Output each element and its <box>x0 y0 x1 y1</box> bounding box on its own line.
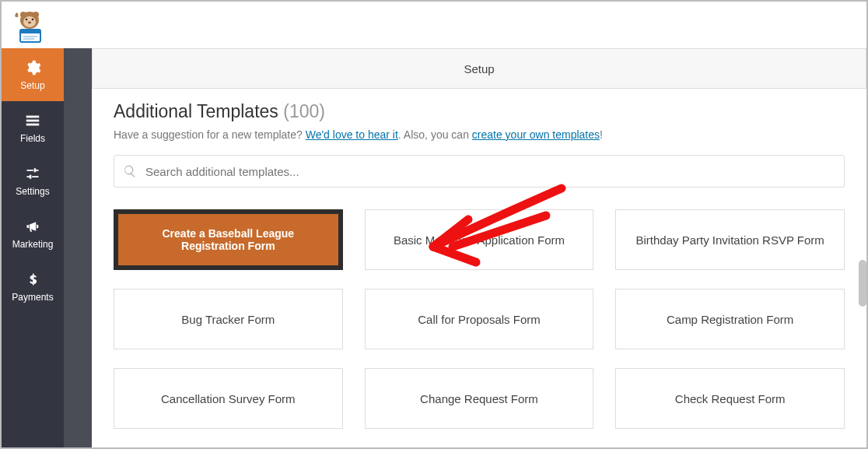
template-label: Camp Registration Form <box>667 313 793 326</box>
dollar-icon <box>23 270 42 289</box>
sidebar-item-label: Payments <box>12 292 53 303</box>
subtext-mid: . Also, you can <box>398 128 472 141</box>
template-label: Bug Tracker Form <box>181 313 275 326</box>
subtext: Have a suggestion for a new template? We… <box>114 128 845 141</box>
template-label: Cancellation Survey Form <box>161 392 296 405</box>
template-card-check-request[interactable]: Check Request Form <box>615 368 845 429</box>
subtext-suffix: ! <box>600 128 603 141</box>
bullhorn-icon <box>23 217 42 236</box>
heading-text: Additional Templates <box>114 101 278 121</box>
topbar <box>2 2 866 48</box>
heading-count: (100) <box>283 101 325 121</box>
template-card-baseball-league[interactable]: Create a Baseball League Registration Fo… <box>114 209 343 270</box>
template-grid: Create a Baseball League Registration Fo… <box>114 209 845 429</box>
template-label: Birthday Party Invitation RSVP Form <box>635 233 824 247</box>
gear-icon <box>23 58 42 77</box>
sidebar-item-marketing[interactable]: Marketing <box>2 207 64 260</box>
svg-point-1 <box>20 12 26 18</box>
scrollbar-thumb[interactable] <box>859 260 866 307</box>
sidebar-item-setup[interactable]: Setup <box>2 48 64 101</box>
sidebar-item-label: Marketing <box>12 239 54 250</box>
suggestion-link[interactable]: We'd love to hear it <box>306 128 398 141</box>
svg-point-4 <box>26 19 28 21</box>
sidebar-item-settings[interactable]: Settings <box>2 154 64 207</box>
search-box <box>114 155 845 188</box>
template-card-mortgage[interactable]: Basic Mortgage Application Form <box>365 209 594 270</box>
content-area: Setup Additional Templates (100) Have a … <box>64 48 866 447</box>
create-template-link[interactable]: create your own templates <box>472 128 600 141</box>
svg-point-2 <box>33 12 39 18</box>
svg-rect-11 <box>26 116 40 118</box>
sliders-icon <box>23 164 42 183</box>
sidebar-item-payments[interactable]: Payments <box>2 260 64 313</box>
page-title: Additional Templates (100) <box>114 101 845 122</box>
template-label: Call for Proposals Form <box>418 313 541 326</box>
svg-point-5 <box>32 19 34 21</box>
sidebar-item-fields[interactable]: Fields <box>2 101 64 154</box>
template-label: Basic Mortgage Application Form <box>394 233 565 247</box>
sidebar-item-label: Fields <box>20 133 45 144</box>
template-card-change-request[interactable]: Change Request Form <box>365 368 594 429</box>
secondary-gutter <box>64 48 92 447</box>
template-label: Check Request Form <box>675 392 786 405</box>
subtext-prefix: Have a suggestion for a new template? <box>114 128 306 141</box>
template-label: Change Request Form <box>420 392 538 405</box>
template-card-birthday-rsvp[interactable]: Birthday Party Invitation RSVP Form <box>615 209 845 270</box>
svg-rect-13 <box>26 124 40 126</box>
sidebar-item-label: Settings <box>16 186 49 197</box>
svg-rect-12 <box>26 120 40 122</box>
template-card-call-proposals[interactable]: Call for Proposals Form <box>365 289 594 349</box>
template-card-bug-tracker[interactable]: Bug Tracker Form <box>114 289 343 349</box>
svg-rect-8 <box>20 30 40 33</box>
app-logo <box>11 6 48 44</box>
svg-point-6 <box>28 22 31 24</box>
search-icon <box>123 164 137 178</box>
sidebar: Setup Fields Settings Marketing Payments <box>2 48 64 447</box>
sidebar-item-label: Setup <box>20 80 44 91</box>
template-label: Create a Baseball League Registration Fo… <box>129 227 327 252</box>
template-card-camp-registration[interactable]: Camp Registration Form <box>615 289 845 349</box>
search-input[interactable] <box>114 155 845 188</box>
tab-setup[interactable]: Setup <box>92 48 866 89</box>
template-card-cancellation-survey[interactable]: Cancellation Survey Form <box>114 368 343 429</box>
list-icon <box>23 111 42 130</box>
tab-label: Setup <box>464 62 494 75</box>
